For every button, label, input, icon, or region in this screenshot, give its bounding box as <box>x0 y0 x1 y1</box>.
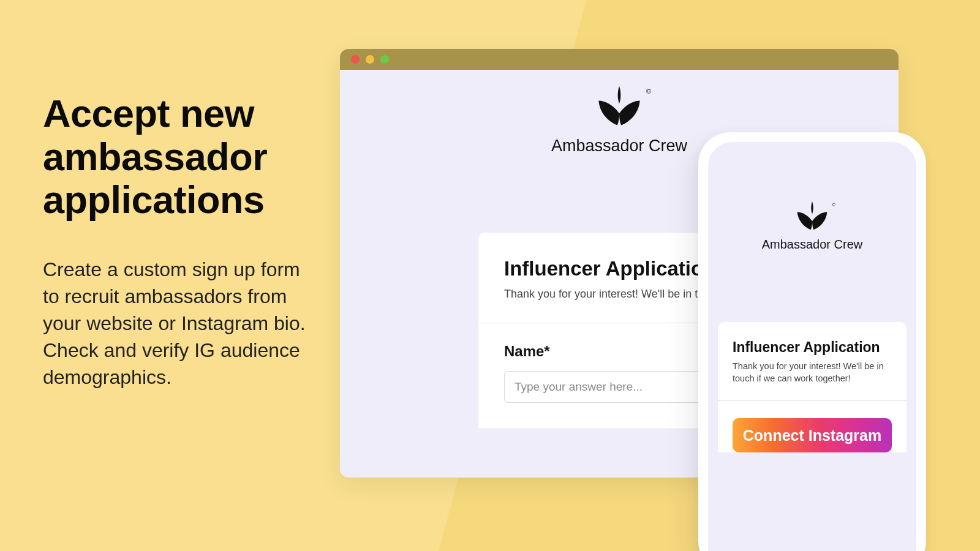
copyright-icon: © <box>646 88 651 95</box>
phone-mockup: © Ambassador Crew Influencer Application… <box>698 132 926 551</box>
body-copy: Create a custom sign up form to recruit … <box>43 256 306 391</box>
brand-logo-icon: © <box>595 86 644 126</box>
form-title-mobile: Influencer Application <box>733 339 892 356</box>
phone-screen: © Ambassador Crew Influencer Application… <box>708 142 916 551</box>
headline: Accept new ambassador applications <box>43 92 306 222</box>
brand-block-mobile: © Ambassador Crew <box>708 201 916 252</box>
brand-logo-icon: © <box>794 201 830 230</box>
brand-name: Ambassador Crew <box>551 137 687 156</box>
connect-instagram-button[interactable]: Connect Instagram <box>733 418 892 452</box>
divider <box>718 400 907 401</box>
window-maximize-icon[interactable] <box>380 55 389 64</box>
brand-name-mobile: Ambassador Crew <box>762 238 863 252</box>
marketing-copy: Accept new ambassador applications Creat… <box>43 92 306 391</box>
window-minimize-icon[interactable] <box>366 55 374 64</box>
form-subtitle-mobile: Thank you for your interest! We'll be in… <box>733 361 892 384</box>
copyright-icon: © <box>832 202 835 208</box>
window-close-icon[interactable] <box>351 55 360 64</box>
window-titlebar <box>340 49 899 70</box>
marketing-slide: Accept new ambassador applications Creat… <box>0 0 980 551</box>
application-form-card-mobile: Influencer Application Thank you for you… <box>718 322 907 452</box>
